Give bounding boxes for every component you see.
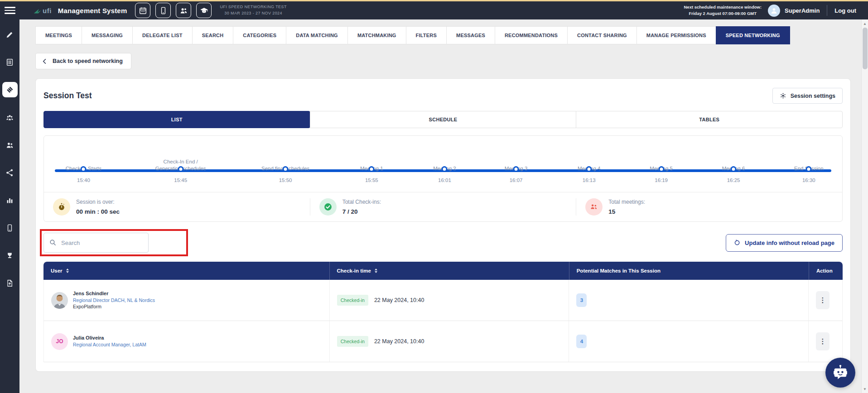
delegates-table: UserCheck-in timePotential Matches in Th…: [43, 262, 843, 362]
sidebar-item-trophy[interactable]: [2, 248, 18, 263]
people-group-icon: [5, 113, 14, 122]
sidebar-item-speed-networking-cards[interactable]: [2, 82, 18, 97]
mobile-phone-toolbar-button[interactable]: [155, 3, 171, 18]
column-label: Action: [816, 268, 833, 273]
sidebar-item-mobile-phone[interactable]: [2, 220, 18, 235]
chevron-left-icon: [42, 59, 47, 64]
stat-label: Total Check-ins:: [342, 199, 381, 205]
action-cell: ⋮: [809, 321, 842, 362]
sidebar-item-two-users[interactable]: [2, 137, 18, 153]
column-header-check-in-time[interactable]: Check-in time: [330, 262, 569, 280]
milestone-time: 15:40: [77, 177, 90, 183]
main-content: MEETINGSMESSAGINGDELEGATE LISTSEARCHCATE…: [19, 19, 861, 372]
milestone-time: 15:55: [365, 177, 378, 183]
header-divider: [827, 5, 827, 16]
user-avatar[interactable]: [768, 5, 780, 17]
search-input[interactable]: [43, 233, 149, 253]
session-title: Session Test: [43, 91, 92, 101]
tab-search[interactable]: SEARCH: [192, 26, 234, 44]
table-row: JOJulia OliveiraRegional Account Manager…: [43, 321, 843, 362]
check-circle-icon-badge: [319, 198, 337, 216]
app-title: Management System: [58, 7, 127, 14]
sort-arrows-icon[interactable]: [66, 268, 69, 273]
tab-messages[interactable]: MESSAGES: [446, 26, 495, 44]
bar-chart-icon: [5, 196, 14, 205]
sort-arrows-icon[interactable]: [375, 268, 377, 273]
tab-recommendations[interactable]: RECOMMENDATIONS: [495, 26, 568, 44]
checkin-time-value: 22 May 2024, 10:40: [374, 338, 424, 345]
stopwatch-icon: [57, 202, 66, 211]
milestone-dot: [513, 166, 519, 172]
stat-label: Session is over:: [76, 199, 120, 205]
hamburger-menu-icon[interactable]: [5, 5, 15, 16]
sidebar-item-pencil[interactable]: [2, 27, 18, 42]
milestone-time: 16:13: [583, 177, 596, 183]
tab-filters[interactable]: FILTERS: [406, 26, 447, 44]
scroll-down-arrow[interactable]: ▼: [862, 386, 868, 392]
speed-networking-cards-icon: [5, 86, 14, 94]
file-upload-icon: [5, 279, 14, 288]
page-scrollbar[interactable]: ▲ ▼: [861, 19, 868, 393]
kebab-menu-button[interactable]: ⋮: [816, 332, 829, 350]
update-info-button[interactable]: Update info without reload page: [726, 234, 843, 252]
tab-speed-networking[interactable]: SPEED NETWORKING: [716, 26, 790, 44]
view-tab-tables[interactable]: TABLES: [576, 111, 843, 128]
sidebar-item-bar-chart[interactable]: [2, 192, 18, 208]
stopwatch-icon-badge: [53, 198, 70, 216]
timeline-panel: Check-In Starts15:40Check-In End / Gener…: [43, 135, 843, 222]
scroll-thumb[interactable]: [863, 28, 868, 69]
milestone-dot: [731, 166, 737, 172]
tab-categories[interactable]: CATEGORIES: [233, 26, 286, 44]
trophy-icon: [5, 251, 14, 260]
back-to-speed-networking-button[interactable]: Back to speed networking: [35, 53, 131, 69]
view-tab-list[interactable]: LIST: [43, 111, 310, 128]
kebab-menu-button[interactable]: ⋮: [816, 291, 829, 309]
username-label[interactable]: SuperAdmin: [785, 7, 820, 14]
user-cell: Jens SchindlerRegional Director DACH, NL…: [44, 280, 330, 321]
sidebar-item-people-group[interactable]: [2, 110, 18, 125]
sidebar-item-form-list[interactable]: [2, 54, 18, 70]
user-name[interactable]: Jens Schindler: [73, 290, 155, 297]
column-header-action: Action: [809, 262, 843, 280]
calendar-toolbar-button[interactable]: [135, 3, 150, 18]
chatbot-button[interactable]: [825, 358, 855, 388]
sidebar-item-share[interactable]: [2, 165, 18, 180]
search-icon: [49, 239, 57, 246]
tab-matchmaking[interactable]: MATCHMAKING: [347, 26, 406, 44]
event-name: UFI SPEED NETWORKING TEST: [220, 4, 286, 10]
potential-matches-badge[interactable]: 3: [576, 293, 587, 307]
logout-button[interactable]: Log out: [834, 7, 856, 14]
stat-value: 00 min : 00 sec: [76, 208, 120, 215]
stat-value: 15: [608, 208, 645, 215]
milestone-dot: [442, 166, 448, 172]
pencil-icon: [5, 30, 14, 39]
checkin-time-value: 22 May 2024, 10:40: [374, 297, 424, 303]
tab-data-matching[interactable]: DATA MATCHING: [286, 26, 348, 44]
event-info: UFI SPEED NETWORKING TEST 30 MAR 2023 - …: [220, 4, 286, 17]
view-tab-schedule[interactable]: SCHEDULE: [310, 111, 577, 128]
session-card: Session Test Session settings LISTSCHEDU…: [35, 78, 851, 372]
tab-contact-sharing[interactable]: CONTACT SHARING: [567, 26, 637, 44]
tab-delegate-list[interactable]: DELEGATE LIST: [132, 26, 193, 44]
session-settings-button[interactable]: Session settings: [772, 88, 843, 104]
tab-messaging[interactable]: MESSAGING: [82, 26, 133, 44]
avatar-photo[interactable]: [51, 292, 68, 309]
potential-matches-badge[interactable]: 4: [576, 335, 587, 348]
table-body: Jens SchindlerRegional Director DACH, NL…: [43, 280, 843, 362]
stat-stopwatch: Session is over:00 min : 00 sec: [44, 198, 310, 216]
column-header-potential-matches-in-this-session: Potential Matches in This Session: [569, 262, 809, 280]
avatar-initials[interactable]: JO: [51, 333, 68, 350]
column-header-user[interactable]: User: [43, 262, 330, 280]
tab-manage-permissions[interactable]: MANAGE PERMISSIONS: [637, 26, 716, 44]
user-name[interactable]: Julia Oliveira: [73, 335, 146, 341]
users-pair-toolbar-button[interactable]: [176, 3, 191, 18]
milestone-time: 16:01: [438, 177, 451, 183]
scroll-up-arrow[interactable]: ▲: [862, 20, 868, 27]
milestone-dot: [178, 166, 183, 172]
milestone-dot: [586, 166, 592, 172]
action-cell: ⋮: [809, 280, 842, 321]
sidebar-item-file-upload[interactable]: [2, 275, 18, 291]
ufi-swoosh-icon: [34, 8, 42, 14]
tab-meetings[interactable]: MEETINGS: [35, 26, 82, 44]
graduation-cap-toolbar-button[interactable]: [196, 3, 212, 18]
